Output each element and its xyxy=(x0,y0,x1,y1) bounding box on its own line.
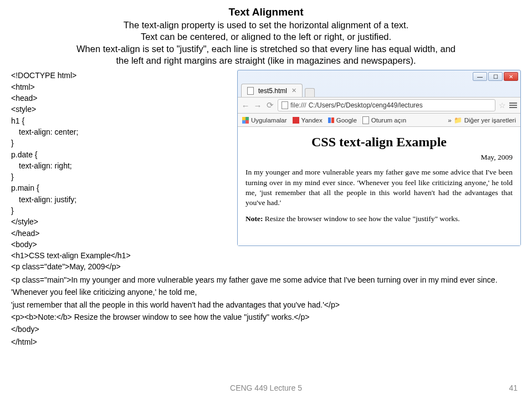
address-bar[interactable]: file:/// C:/Users/Pc/Desktop/ceng449/lec… xyxy=(278,99,495,111)
code-line: p.date { xyxy=(11,149,233,160)
window-maximize-button[interactable]: ☐ xyxy=(488,72,503,81)
code-line: 'just remember that all the people in th… xyxy=(11,299,521,311)
code-line: text-align: justify; xyxy=(11,194,233,205)
browser-tab[interactable]: test5.html ✕ xyxy=(241,84,303,97)
yandex-icon xyxy=(293,117,299,124)
code-line: </html> xyxy=(11,336,521,348)
title-line: the left and right margins are straight … xyxy=(11,55,521,66)
code-line: <p class="date">May, 2009</p> xyxy=(11,261,233,272)
bookmark-star-icon[interactable]: ☆ xyxy=(499,101,506,110)
toolbar: ← → ⟳ file:/// C:/Users/Pc/Desktop/ceng4… xyxy=(238,97,520,114)
apps-icon xyxy=(242,117,249,124)
window-titlebar: — ☐ ✕ xyxy=(238,70,520,83)
code-line: text-align: center; xyxy=(11,126,233,137)
bookmark-label: Yandex xyxy=(301,117,323,124)
title-line: The text-align property is used to set t… xyxy=(11,19,521,31)
forward-icon[interactable]: → xyxy=(253,101,262,110)
code-line: } xyxy=(11,137,233,149)
url-scheme: file:/// xyxy=(290,101,306,109)
page-heading: CSS text-align Example xyxy=(245,135,513,150)
slide-footer: CENG 449 Lecture 5 41 xyxy=(0,383,532,392)
bookmark-yandex[interactable]: Yandex xyxy=(293,117,323,124)
note-label: Note: xyxy=(245,214,263,223)
bookmarks-bar: Uygulamalar Yandex Google Oturum açın xyxy=(238,114,520,127)
title-line: Text can be centered, or aligned to the … xyxy=(11,31,521,43)
window-close-button[interactable]: ✕ xyxy=(504,72,518,81)
title-line: When text-align is set to "justify", eac… xyxy=(11,43,521,55)
menu-icon[interactable] xyxy=(509,103,517,108)
tab-strip: test5.html ✕ xyxy=(238,83,520,97)
code-listing: <!DOCTYPE html> <html> <head> <style> h1… xyxy=(11,70,233,272)
code-line: p.main { xyxy=(11,182,233,193)
bookmark-label: Uygulamalar xyxy=(251,117,287,124)
file-icon xyxy=(247,87,254,95)
note-text: Resize the browser window to see how the… xyxy=(263,214,459,223)
code-line: } xyxy=(11,171,233,182)
title-block: Text Alignment The text-align property i… xyxy=(11,6,521,66)
page-icon xyxy=(362,116,369,124)
code-line: h1 { xyxy=(11,115,233,126)
page-icon xyxy=(282,101,288,109)
bookmark-overflow[interactable]: » 📁 Diğer yer işaretleri xyxy=(448,116,516,124)
tab-close-icon[interactable]: ✕ xyxy=(291,87,296,94)
code-line: <!DOCTYPE html> xyxy=(11,70,233,81)
code-listing-continued: <p class="main">In my younger and more v… xyxy=(11,274,521,348)
rendered-page: CSS text-align Example May, 2009 In my y… xyxy=(238,127,520,245)
back-icon[interactable]: ← xyxy=(241,101,250,110)
bookmark-google[interactable]: Google xyxy=(328,117,357,124)
chevron-right-icon: » xyxy=(448,117,451,124)
code-line: </style> xyxy=(11,216,233,227)
reload-icon[interactable]: ⟳ xyxy=(265,100,274,110)
browser-window: — ☐ ✕ test5.html ✕ ← → ⟳ xyxy=(237,70,521,246)
bookmark-apps[interactable]: Uygulamalar xyxy=(242,117,287,124)
page-date: May, 2009 xyxy=(245,153,513,162)
code-line: text-align: right; xyxy=(11,160,233,171)
code-line: <body> xyxy=(11,239,233,250)
google-icon xyxy=(328,117,334,123)
code-line: <p><b>Note:</b> Resize the browser windo… xyxy=(11,311,521,323)
url-path: C:/Users/Pc/Desktop/ceng449/lectures xyxy=(309,101,423,109)
page-paragraph: In my younger and more vulnerable years … xyxy=(245,167,513,208)
bookmark-label: Diğer yer işaretleri xyxy=(464,117,516,124)
code-line: <style> xyxy=(11,104,233,115)
new-tab-button[interactable] xyxy=(305,88,315,97)
code-line: <h1>CSS text-align Example</h1> xyxy=(11,250,233,261)
code-line: <head> xyxy=(11,93,233,104)
bookmark-label: Google xyxy=(336,117,357,124)
bookmark-label: Oturum açın xyxy=(371,117,406,124)
code-line: <html> xyxy=(11,81,233,93)
page-note: Note: Resize the browser window to see h… xyxy=(245,214,513,223)
page-number: 41 xyxy=(509,383,518,392)
bookmark-login[interactable]: Oturum açın xyxy=(362,116,406,124)
footer-text: CENG 449 Lecture 5 xyxy=(230,383,302,392)
tab-title: test5.html xyxy=(258,87,287,95)
code-line: } xyxy=(11,205,233,216)
code-line: </body> xyxy=(11,323,521,335)
code-line: <p class="main">In my younger and more v… xyxy=(11,274,521,299)
slide-title: Text Alignment xyxy=(11,6,521,19)
folder-icon: 📁 xyxy=(454,116,462,124)
window-minimize-button[interactable]: — xyxy=(473,72,487,81)
code-line: </head> xyxy=(11,228,233,239)
